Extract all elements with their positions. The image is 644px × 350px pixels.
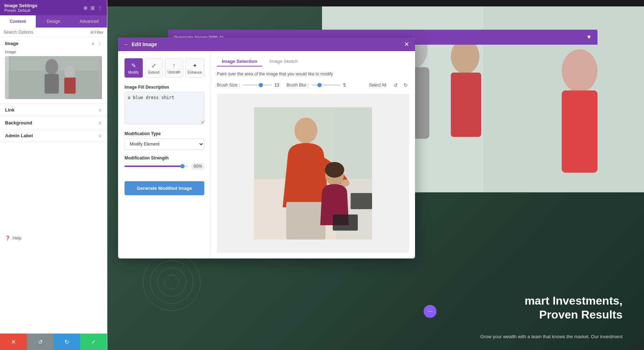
redo-paint-button[interactable]: ↻ [402,81,409,89]
strength-slider[interactable] [125,166,188,167]
mod-type-select[interactable]: Modify Element Replace Element Remove El… [125,138,204,150]
modal-tabs: Image Selection Image Sketch [217,57,409,66]
sidebar-tabs: Content Design Advanced [0,15,107,28]
svg-rect-9 [451,73,481,137]
brush-blur-thumb[interactable] [317,83,322,87]
tab-design[interactable]: Design [36,15,72,28]
canvas-image-svg [254,107,372,240]
filter-label: Filter [95,30,103,34]
modal-header: ← Edit Image ✕ [118,38,415,51]
brush-size-slider[interactable] [243,84,272,86]
svg-point-15 [45,59,58,75]
modify-icon: ✎ [131,62,136,69]
image-label: Image [5,50,102,54]
sidebar-bottom-bar: ✕ ↺ ↻ ✓ [0,334,107,350]
tool-upscale[interactable]: ↑ Upscale [165,58,183,78]
filter-button[interactable]: ⊟ Filter [91,30,103,35]
brush-size-group: Brush Size : 13 [217,83,282,88]
tab-image-sketch[interactable]: Image Sketch [264,57,303,66]
settings-icon[interactable]: ⊕ [83,5,88,11]
svg-point-2 [157,268,186,296]
admin-label-chevron-icon: ∨ [98,133,102,138]
svg-point-1 [150,261,193,304]
svg-rect-28 [351,193,372,209]
search-input[interactable] [4,30,88,35]
layout-icon[interactable]: ⊞ [91,5,95,11]
help-icon: ❓ [5,236,10,241]
image-canvas[interactable] [217,94,409,253]
cancel-button[interactable]: ✕ [0,334,27,350]
sidebar: Image Settings Preset: Default ⊕ ⊞ ⋮ Con… [0,0,107,350]
filter-icon: ⊟ [91,30,94,35]
hero-text: mart Investments, Proven Results [525,294,623,321]
section-image-icons: ∧ ⋮ [92,41,102,46]
brush-size-thumb[interactable] [259,83,263,87]
help-section: ❓ Help [0,231,107,245]
sidebar-header: Image Settings Preset: Default ⊕ ⊞ ⋮ [0,0,107,15]
tool-modify-label: Modify [128,70,139,74]
enhance-icon: ✦ [192,62,197,69]
svg-point-3 [165,275,179,289]
mod-strength-group: Modification Strength 90% [125,156,204,170]
preview-image-svg [5,56,102,99]
collapse-icon[interactable]: ∧ [92,41,95,46]
hero-line2: Proven Results [525,308,623,321]
tab-image-selection[interactable]: Image Selection [217,57,262,66]
brush-controls: Brush Size : 13 Brush Blur : [217,81,409,89]
background-chevron-icon: ∨ [98,120,102,125]
chevron-down-icon: ▼ [586,34,592,40]
tool-modify[interactable]: ✎ Modify [125,58,143,78]
fill-desc-label: Image Fill Description [125,85,204,90]
svg-point-0 [143,253,200,311]
tool-enhance[interactable]: ✦ Enhance [185,58,204,78]
strength-row: 90% [125,163,204,170]
brush-size-fill [243,84,272,86]
tab-content[interactable]: Content [0,15,36,28]
paint-instruction: Paint over the area of the image that yo… [217,72,409,77]
modal-close-button[interactable]: ✕ [404,41,409,48]
mod-type-label: Modification Type [125,131,204,136]
edit-image-modal: ← Edit Image ✕ ✎ Modify ⤢ Extend [118,38,415,258]
save-button[interactable]: ✓ [80,334,107,350]
brush-blur-fill [312,84,340,86]
top-bar [107,0,644,6]
modal-body: ✎ Modify ⤢ Extend ↑ Upscale ✦ Enhance [118,51,415,258]
select-all-button[interactable]: Select All [366,81,389,89]
brush-action-buttons: Select All ↺ ↻ [366,81,409,89]
fill-desc-textarea[interactable]: a blue dress shirt [125,92,204,124]
extend-icon: ⤢ [151,62,156,69]
sidebar-preset: Preset: Default [4,8,37,13]
section-image: Image ∧ ⋮ Image [0,37,107,104]
section-background[interactable]: Background ∨ [0,117,107,129]
more-icon[interactable]: ⋮ [98,5,103,11]
sidebar-title: Image Settings [4,3,37,8]
svg-rect-18 [64,78,76,94]
tool-extend-label: Extend [148,70,159,74]
options-icon[interactable]: ⋮ [98,41,102,46]
sidebar-header-icons: ⊕ ⊞ ⋮ [83,5,103,11]
redo-button[interactable]: ↻ [54,334,80,350]
section-link[interactable]: Link ∨ [0,104,107,117]
brush-blur-slider[interactable] [312,84,340,86]
svg-point-22 [294,118,317,143]
undo-paint-button[interactable]: ↺ [392,81,399,89]
strength-thumb[interactable] [180,164,185,168]
section-admin-label[interactable]: Admin Label ∨ [0,129,107,142]
back-arrow-icon[interactable]: ← [124,41,129,47]
svg-rect-16 [45,74,59,94]
tool-extend[interactable]: ⤢ Extend [145,58,163,78]
tool-enhance-label: Enhance [188,70,202,74]
chat-bubble[interactable]: ··· [424,305,436,318]
brush-size-label: Brush Size : [217,83,240,88]
modal-right-panel: Image Selection Image Sketch Paint over … [211,51,415,258]
tab-advanced[interactable]: Advanced [71,15,107,28]
hero-line1: mart Investments, [525,294,623,307]
image-preview [5,56,102,99]
strength-value: 90% [191,163,204,170]
modal-title: ← Edit Image [124,41,157,47]
section-image-header[interactable]: Image ∧ ⋮ [0,37,107,50]
generate-modified-image-button[interactable]: Generate Modified Image [125,181,204,195]
undo-button[interactable]: ↺ [27,334,54,350]
modal-left-panel: ✎ Modify ⤢ Extend ↑ Upscale ✦ Enhance [118,51,211,258]
section-admin-label-title: Admin Label [5,133,33,138]
